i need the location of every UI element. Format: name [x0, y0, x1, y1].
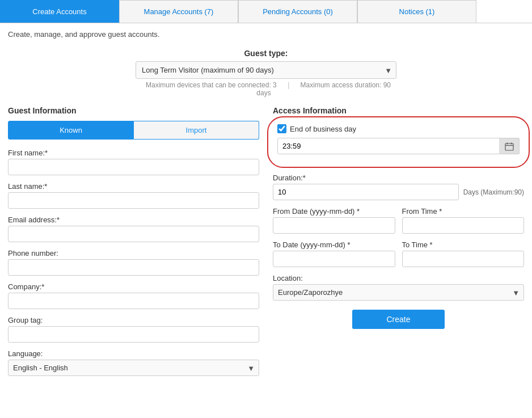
last-name-label: Last name:*: [8, 182, 259, 191]
company-input[interactable]: [8, 293, 259, 309]
to-date-field: To Date (yyyy-mm-dd) *: [273, 240, 395, 267]
from-time-label: From Time *: [402, 207, 525, 216]
info-separator: |: [288, 81, 289, 89]
location-select-wrapper: Europe/Zaporozhye ▼: [273, 284, 524, 301]
tab-manage-accounts[interactable]: Manage Accounts (7): [119, 0, 238, 23]
to-date-input[interactable]: [273, 251, 395, 267]
from-date-field: From Date (yyyy-mm-dd) *: [273, 207, 395, 234]
time-input[interactable]: [277, 138, 520, 154]
known-button[interactable]: Known: [8, 121, 134, 140]
location-label: Location:: [273, 274, 524, 282]
create-btn-row: Create: [273, 310, 524, 329]
to-date-time-row: To Date (yyyy-mm-dd) * To Time *: [273, 240, 524, 267]
last-name-input[interactable]: [8, 192, 259, 209]
svg-rect-0: [505, 143, 513, 150]
guest-type-section: Guest type: Long Term Visitor (maximum o…: [8, 49, 524, 97]
duration-group: Duration:* Days (Maximum:90): [273, 174, 524, 200]
time-input-wrapper: [277, 138, 520, 154]
access-annotated-area: End of business day: [273, 121, 524, 166]
duration-row: Days (Maximum:90): [273, 184, 524, 200]
guest-info-title: Guest Information: [8, 106, 259, 115]
to-time-label: To Time *: [402, 240, 525, 249]
group-tag-input[interactable]: [8, 326, 259, 343]
duration-suffix: Days (Maximum:90): [463, 188, 524, 196]
email-label: Email address:*: [8, 216, 259, 224]
access-info-title: Access Information: [273, 106, 524, 115]
to-time-input[interactable]: [402, 251, 525, 267]
end-of-business-checkbox[interactable]: [277, 124, 286, 133]
main-content: Guest type: Long Term Visitor (maximum o…: [0, 43, 532, 389]
first-name-label: First name:*: [8, 149, 259, 157]
tab-bar: Create Accounts Manage Accounts (7) Pend…: [0, 0, 532, 23]
to-time-field: To Time *: [402, 240, 525, 267]
phone-input[interactable]: [8, 259, 259, 276]
guest-type-label: Guest type:: [244, 49, 288, 58]
from-date-input[interactable]: [273, 217, 395, 234]
tab-notices[interactable]: Notices (1): [357, 0, 476, 23]
email-group: Email address:*: [8, 216, 259, 242]
import-button[interactable]: Import: [134, 121, 259, 140]
location-select[interactable]: Europe/Zaporozhye: [273, 284, 524, 301]
calendar-icon[interactable]: [499, 138, 520, 154]
location-section: Location: Europe/Zaporozhye ▼: [273, 274, 524, 301]
phone-group: Phone number:: [8, 249, 259, 276]
end-of-business-label: End of business day: [290, 125, 356, 133]
duration-label: Duration:*: [273, 174, 524, 182]
tab-pending-accounts[interactable]: Pending Accounts (0): [238, 0, 357, 23]
end-of-business-row: End of business day: [277, 124, 520, 133]
max-devices-text: Maximum devices that can be connected: 3: [146, 81, 277, 89]
group-tag-group: Group tag:: [8, 316, 259, 343]
guest-info-column: Guest Information Known Import First nam…: [8, 106, 259, 383]
language-select[interactable]: English - English: [8, 360, 259, 376]
guest-type-info: Maximum devices that can be connected: 3…: [136, 81, 396, 97]
from-date-label: From Date (yyyy-mm-dd) *: [273, 207, 395, 216]
email-input[interactable]: [8, 226, 259, 242]
first-name-group: First name:*: [8, 149, 259, 175]
to-date-label: To Date (yyyy-mm-dd) *: [273, 240, 395, 249]
language-select-wrapper: English - English ▼: [8, 360, 259, 376]
company-group: Company:*: [8, 282, 259, 309]
tab-create-accounts[interactable]: Create Accounts: [0, 0, 119, 23]
language-label: Language:: [8, 349, 259, 358]
page-description: Create, manage, and approve guest accoun…: [0, 23, 532, 43]
create-button[interactable]: Create: [352, 310, 444, 329]
language-group: Language: English - English ▼: [8, 349, 259, 376]
from-time-field: From Time *: [402, 207, 525, 234]
from-date-time-row: From Date (yyyy-mm-dd) * From Time *: [273, 207, 524, 234]
last-name-group: Last name:*: [8, 182, 259, 209]
guest-type-select-wrapper: Long Term Visitor (maximum of 90 days) ▼: [136, 61, 396, 79]
two-col-layout: Guest Information Known Import First nam…: [8, 106, 524, 383]
company-label: Company:*: [8, 282, 259, 291]
guest-type-select[interactable]: Long Term Visitor (maximum of 90 days): [136, 61, 396, 79]
known-import-bar: Known Import: [8, 121, 259, 140]
first-name-input[interactable]: [8, 159, 259, 175]
access-info-column: Access Information End of business day: [273, 106, 524, 383]
duration-input[interactable]: [273, 184, 459, 200]
group-tag-label: Group tag:: [8, 316, 259, 324]
phone-label: Phone number:: [8, 249, 259, 257]
from-time-input[interactable]: [402, 217, 525, 234]
